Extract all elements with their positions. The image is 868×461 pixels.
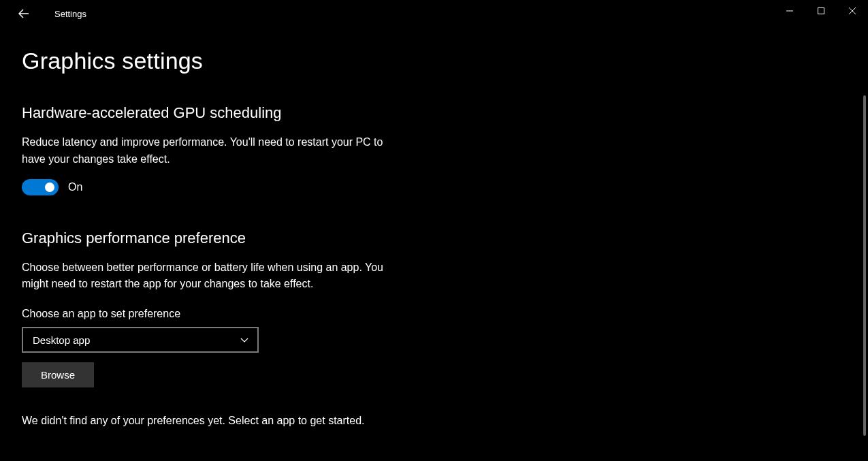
window-title: Settings [54,9,86,19]
gpu-scheduling-heading: Hardware-accelerated GPU scheduling [22,104,846,122]
gpu-toggle-label: On [68,181,82,193]
maximize-icon [818,7,824,14]
browse-button[interactable]: Browse [22,362,94,387]
scrollbar[interactable] [863,95,866,436]
close-button[interactable] [837,0,868,22]
gpu-scheduling-description: Reduce latency and improve performance. … [22,134,403,168]
gpu-toggle-row: On [22,179,846,195]
maximize-button[interactable] [805,0,837,22]
performance-pref-description: Choose between better performance or bat… [22,259,403,293]
gpu-scheduling-toggle[interactable] [22,179,59,195]
window-controls [774,0,868,22]
close-icon [849,7,856,14]
app-type-dropdown[interactable]: Desktop app [22,327,259,353]
performance-pref-heading: Graphics performance preference [22,229,846,247]
dropdown-selected-value: Desktop app [33,334,90,346]
minimize-icon [786,7,793,14]
minimize-button[interactable] [774,0,805,22]
app-selector-label: Choose an app to set preference [22,308,846,320]
back-arrow-icon [18,8,29,19]
toggle-knob [45,182,54,192]
empty-preferences-message: We didn't find any of your preferences y… [22,415,846,427]
svg-rect-0 [818,8,824,14]
page-title: Graphics settings [22,48,846,74]
chevron-down-icon [240,335,249,345]
content-area: Graphics settings Hardware-accelerated G… [0,27,868,427]
back-button[interactable] [14,3,34,24]
titlebar: Settings [0,0,868,27]
